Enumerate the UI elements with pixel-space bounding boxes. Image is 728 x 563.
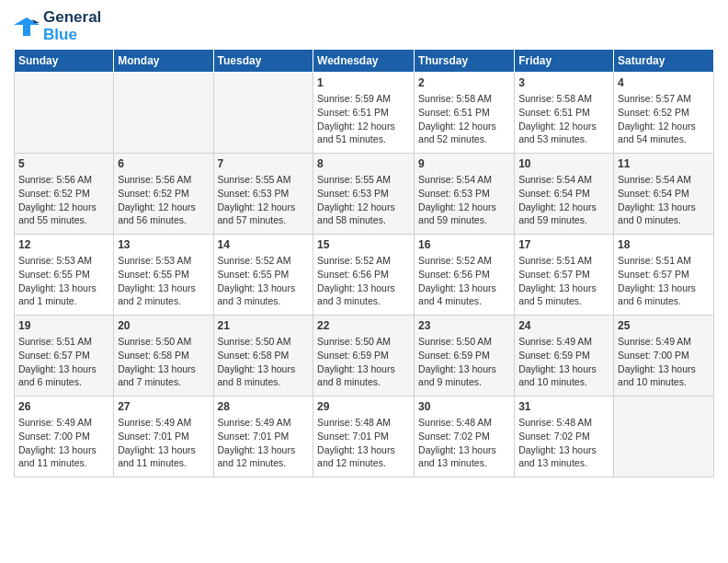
day-number: 27 (118, 399, 209, 415)
day-info: Sunrise: 5:56 AM (18, 173, 109, 187)
day-info: and 54 minutes. (618, 132, 710, 146)
calendar-week-row: 5Sunrise: 5:56 AMSunset: 6:52 PMDaylight… (15, 154, 714, 235)
day-number: 29 (317, 399, 410, 415)
day-info: Sunrise: 5:48 AM (317, 416, 410, 430)
day-info: Sunset: 6:54 PM (618, 187, 710, 201)
day-info: Sunrise: 5:49 AM (618, 335, 710, 349)
calendar-week-row: 12Sunrise: 5:53 AMSunset: 6:55 PMDayligh… (15, 235, 714, 316)
day-info: Sunrise: 5:54 AM (418, 173, 510, 187)
day-number: 6 (118, 156, 209, 172)
logo-icon (14, 16, 40, 38)
day-info: Sunset: 6:55 PM (218, 268, 310, 282)
day-number: 20 (118, 318, 209, 334)
day-info: Daylight: 13 hours (418, 362, 510, 376)
day-info: Sunset: 7:01 PM (317, 430, 410, 443)
calendar-cell: 31Sunrise: 5:48 AMSunset: 7:02 PMDayligh… (515, 396, 614, 477)
calendar-table: SundayMondayTuesdayWednesdayThursdayFrid… (14, 49, 714, 477)
day-info: Sunset: 6:55 PM (18, 268, 109, 282)
day-info: and 7 minutes. (118, 375, 209, 389)
day-info: and 3 minutes. (317, 294, 410, 308)
day-info: Daylight: 13 hours (418, 443, 510, 457)
day-info: Daylight: 13 hours (218, 443, 310, 457)
day-info: Sunrise: 5:50 AM (418, 335, 510, 349)
day-number: 23 (418, 318, 510, 334)
day-info: Sunrise: 5:53 AM (118, 254, 209, 268)
calendar-cell: 10Sunrise: 5:54 AMSunset: 6:54 PMDayligh… (515, 154, 614, 235)
day-info: and 12 minutes. (317, 456, 410, 470)
day-info: and 56 minutes. (118, 213, 209, 227)
day-info: Sunrise: 5:53 AM (18, 254, 109, 268)
day-info: Sunset: 6:57 PM (18, 349, 109, 362)
day-info: Daylight: 13 hours (118, 362, 209, 376)
day-info: Daylight: 13 hours (218, 362, 310, 376)
calendar-cell: 3Sunrise: 5:58 AMSunset: 6:51 PMDaylight… (515, 73, 614, 154)
day-info: Daylight: 13 hours (18, 443, 109, 457)
calendar-cell: 9Sunrise: 5:54 AMSunset: 6:53 PMDaylight… (415, 154, 515, 235)
svg-marker-0 (14, 17, 40, 36)
day-info: and 58 minutes. (317, 213, 410, 227)
logo: General Blue (14, 9, 101, 43)
day-info: and 52 minutes. (418, 132, 510, 146)
day-number: 5 (18, 156, 109, 172)
day-info: Sunset: 6:56 PM (418, 268, 510, 282)
day-number: 25 (618, 318, 710, 334)
day-number: 13 (118, 237, 209, 253)
day-number: 18 (618, 237, 710, 253)
day-info: Daylight: 13 hours (118, 443, 209, 457)
calendar-week-row: 26Sunrise: 5:49 AMSunset: 7:00 PMDayligh… (15, 396, 714, 477)
day-number: 14 (218, 237, 310, 253)
day-info: and 9 minutes. (418, 375, 510, 389)
day-info: and 3 minutes. (218, 294, 310, 308)
calendar-cell: 6Sunrise: 5:56 AMSunset: 6:52 PMDaylight… (114, 154, 213, 235)
day-info: Sunset: 6:55 PM (118, 268, 209, 282)
day-info: Sunset: 6:53 PM (317, 187, 410, 201)
day-info: and 55 minutes. (18, 213, 109, 227)
day-number: 1 (317, 75, 410, 91)
calendar-header-row: SundayMondayTuesdayWednesdayThursdayFrid… (15, 50, 714, 73)
day-info: Sunset: 6:58 PM (218, 349, 310, 362)
day-info: Daylight: 12 hours (418, 120, 510, 133)
day-info: Daylight: 13 hours (618, 201, 710, 214)
calendar-cell: 4Sunrise: 5:57 AMSunset: 6:52 PMDaylight… (614, 73, 714, 154)
header: General Blue (14, 9, 714, 43)
day-number: 11 (618, 156, 710, 172)
day-info: Sunset: 6:52 PM (118, 187, 209, 201)
day-info: Daylight: 13 hours (18, 362, 109, 376)
day-info: Daylight: 13 hours (317, 282, 410, 295)
day-info: Sunset: 7:02 PM (418, 430, 510, 443)
day-info: Daylight: 12 hours (317, 201, 410, 214)
calendar-cell: 28Sunrise: 5:49 AMSunset: 7:01 PMDayligh… (213, 396, 313, 477)
day-number: 10 (518, 156, 609, 172)
day-info: Daylight: 13 hours (518, 443, 609, 457)
calendar-cell: 7Sunrise: 5:55 AMSunset: 6:53 PMDaylight… (213, 154, 313, 235)
day-info: Sunset: 7:01 PM (118, 430, 209, 443)
calendar-cell: 21Sunrise: 5:50 AMSunset: 6:58 PMDayligh… (213, 316, 313, 396)
day-info: Daylight: 13 hours (218, 282, 310, 295)
day-info: Sunset: 6:59 PM (418, 349, 510, 362)
day-info: Daylight: 12 hours (518, 120, 609, 133)
calendar-cell: 29Sunrise: 5:48 AMSunset: 7:01 PMDayligh… (313, 396, 415, 477)
day-info: Daylight: 12 hours (518, 201, 609, 214)
day-info: and 10 minutes. (518, 375, 609, 389)
day-info: and 1 minute. (18, 294, 109, 308)
day-number: 3 (518, 75, 609, 91)
calendar-cell: 25Sunrise: 5:49 AMSunset: 7:00 PMDayligh… (614, 316, 714, 396)
day-info: and 13 minutes. (518, 456, 609, 470)
day-info: Sunrise: 5:52 AM (218, 254, 310, 268)
day-info: Sunrise: 5:52 AM (317, 254, 410, 268)
day-info: and 12 minutes. (218, 456, 310, 470)
day-info: Daylight: 13 hours (418, 282, 510, 295)
day-info: Daylight: 12 hours (118, 201, 209, 214)
day-info: Sunrise: 5:48 AM (518, 416, 609, 430)
day-info: Sunset: 6:58 PM (118, 349, 209, 362)
day-info: Sunrise: 5:50 AM (118, 335, 209, 349)
calendar-cell: 14Sunrise: 5:52 AMSunset: 6:55 PMDayligh… (213, 235, 313, 316)
day-info: Daylight: 12 hours (18, 201, 109, 214)
day-info: and 11 minutes. (118, 456, 209, 470)
calendar-cell: 12Sunrise: 5:53 AMSunset: 6:55 PMDayligh… (15, 235, 114, 316)
day-info: Sunset: 6:56 PM (317, 268, 410, 282)
day-info: Sunrise: 5:55 AM (218, 173, 310, 187)
day-info: Daylight: 12 hours (218, 201, 310, 214)
day-info: and 59 minutes. (418, 213, 510, 227)
day-number: 9 (418, 156, 510, 172)
